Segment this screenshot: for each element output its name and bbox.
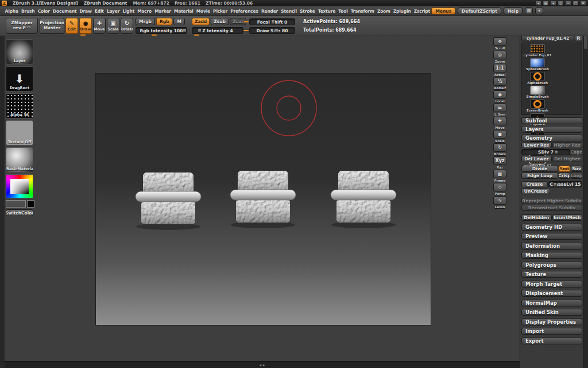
menu-item[interactable]: Preferences	[229, 9, 260, 14]
strip-tool-button[interactable]: ◎	[493, 51, 506, 59]
crease-button[interactable]: Crease	[521, 181, 548, 187]
mode-button[interactable]: ✚ Move	[93, 18, 106, 34]
draw-size-handle[interactable]	[274, 28, 278, 33]
menu-item[interactable]: Light	[121, 9, 136, 14]
collapsed-section-header[interactable]: Displacement	[521, 290, 582, 297]
menu-item[interactable]: Document	[51, 9, 78, 14]
collapsed-section-header[interactable]: Unified Skin	[521, 309, 582, 316]
shelf-selector[interactable]: ⬇ DragRect	[6, 66, 33, 91]
shelf-selector[interactable]: Texture Off	[6, 120, 33, 145]
strip-tool-button[interactable]: ◇	[493, 183, 506, 191]
mode-button[interactable]: ● Draw	[79, 18, 92, 34]
main-color-swatch[interactable]	[6, 200, 26, 208]
menu-item[interactable]: Macro	[136, 9, 153, 14]
layers-section-header[interactable]: Layers	[521, 126, 582, 133]
strip-tool-button[interactable]: ◉	[493, 90, 506, 99]
crease-lvl-slider[interactable]: CreaseLvl 15	[548, 181, 582, 187]
subtool-section-header[interactable]: SubTool	[521, 117, 582, 124]
window-control-icon[interactable]: ☰	[558, 1, 564, 6]
collapsed-section-header[interactable]: NormalMap	[521, 300, 582, 306]
color-mode-button[interactable]: M	[173, 18, 184, 25]
collapsed-section-header[interactable]: Masking	[521, 252, 582, 259]
collapsed-section-header[interactable]: Preview	[521, 233, 582, 240]
menu-item[interactable]: Movie	[195, 9, 211, 14]
zbrush-document[interactable]	[96, 74, 431, 325]
strip-tool-button[interactable]: ½	[493, 77, 506, 86]
smt-toggle[interactable]: Smt	[559, 166, 570, 172]
menu-item[interactable]: Render	[260, 9, 279, 14]
help-button[interactable]: Help	[504, 7, 523, 14]
cage-button[interactable]: Cage	[571, 149, 582, 155]
strip-tool-button[interactable]: ▣	[493, 130, 506, 139]
menu-item[interactable]: Alpha	[3, 9, 20, 14]
menu-item[interactable]: Layer	[105, 9, 121, 14]
strip-tool-button[interactable]: ∿	[493, 196, 506, 205]
switch-color-button[interactable]: SwitchColor	[6, 209, 33, 216]
z-intensity-handle[interactable]	[198, 28, 202, 33]
projection-master-button[interactable]: Projection Master	[40, 18, 64, 34]
collapsed-section-header[interactable]: Display Properties	[521, 319, 582, 325]
collapsed-section-header[interactable]: Export	[521, 338, 582, 344]
focal-shift-slider[interactable]: Focal Shift 0	[249, 18, 295, 25]
strip-tool-button[interactable]: ⇋	[493, 103, 506, 112]
sculpt-mode-button[interactable]: Zadd	[192, 18, 210, 25]
del-lower-button[interactable]: Del Lower	[521, 156, 552, 162]
mode-button[interactable]: ▣ Scale	[107, 18, 119, 34]
collapsed-section-header[interactable]: Polygroups	[521, 262, 582, 269]
color-mode-button[interactable]: Mrgb	[136, 18, 155, 25]
strip-tool-button[interactable]: ↻	[493, 143, 506, 152]
tool-thumbnail[interactable]: SphereBrush	[523, 58, 552, 71]
divide-button[interactable]: Divide	[521, 166, 558, 172]
suv-toggle[interactable]: Suv	[571, 166, 582, 172]
higher-res-button[interactable]: Higher Res	[552, 142, 583, 148]
menu-item[interactable]: Edit	[93, 9, 105, 14]
z-intensity-slider[interactable]: Z Intensity 4	[192, 27, 243, 34]
menu-item[interactable]: Color	[36, 9, 51, 14]
canvas-area[interactable]: ◂ ▸	[5, 36, 520, 368]
default-zscript-button[interactable]: DefaultZScript	[458, 7, 501, 14]
geometry-section-header[interactable]: Geometry	[521, 135, 582, 141]
collapsed-section-header[interactable]: Texture	[521, 271, 582, 278]
edge-loop-button[interactable]: Edge Loop	[521, 172, 558, 179]
focal-shift-handle[interactable]	[271, 20, 275, 24]
tool-thumbnail[interactable]: SimpleBrush	[523, 86, 552, 99]
color-picker[interactable]	[6, 174, 33, 198]
scrollbar-arrows-icon[interactable]: ◂ ▸	[260, 363, 265, 367]
lower-res-button[interactable]: Lower Res	[521, 142, 552, 148]
secondary-color-swatch[interactable]	[27, 200, 34, 208]
draw-size-slider[interactable]: Draw Size 80	[249, 27, 295, 34]
strip-tool-button[interactable]: Xyz	[493, 156, 506, 165]
panel-scrollbar[interactable]	[583, 6, 588, 368]
menu-item[interactable]: Material	[172, 9, 195, 14]
window-control-icon[interactable]: ✕	[580, 1, 586, 6]
menu-item[interactable]: Draw	[78, 9, 93, 14]
canvas-bottom-scrollbar[interactable]: ◂ ▸	[5, 361, 520, 368]
collapsed-section-header[interactable]: Import	[521, 328, 582, 335]
window-control-icon[interactable]: –	[565, 1, 571, 6]
menu-item[interactable]: Brush	[20, 9, 36, 14]
del-hidden-button[interactable]: DelHidden	[521, 214, 552, 221]
zmapper-button[interactable]: ZMapper rev-E ◠	[6, 18, 38, 34]
left-tray-edge[interactable]	[0, 36, 5, 368]
menu-item[interactable]: Marker	[153, 9, 173, 14]
insert-mesh-button[interactable]: InsertMesh	[552, 214, 583, 221]
reproject-button[interactable]: Reproject Higher Subdiv	[521, 198, 582, 204]
menubar-mini-icon[interactable]: ▾	[535, 7, 543, 14]
collapsed-section-header[interactable]: Deformation	[521, 243, 582, 250]
crease-lvl-handle[interactable]	[553, 182, 557, 186]
tool-thumbnail[interactable]: EraserBrush	[523, 99, 552, 113]
loop-toggle[interactable]: Loop	[571, 172, 582, 179]
menu-item[interactable]: Picker	[212, 9, 229, 14]
mode-button[interactable]: ✎ Edit	[65, 18, 78, 34]
collapsed-section-header[interactable]: Geometry HD	[521, 224, 582, 231]
menu-item[interactable]: Transform	[349, 9, 376, 14]
window-control-icon[interactable]: ▤	[543, 1, 549, 6]
strip-tool-button[interactable]: ▦	[493, 170, 506, 178]
menus-button[interactable]: Menus	[431, 7, 455, 14]
strip-tool-button[interactable]: ✥	[493, 37, 506, 46]
window-control-icon[interactable]: ▾	[550, 1, 556, 6]
shelf-selector[interactable]: Layer	[6, 39, 33, 64]
menu-item[interactable]: Zscript	[412, 9, 431, 14]
menu-item[interactable]: Zplugin	[392, 9, 412, 14]
tool-thumbnail[interactable]: AlphaBrush	[523, 72, 552, 85]
